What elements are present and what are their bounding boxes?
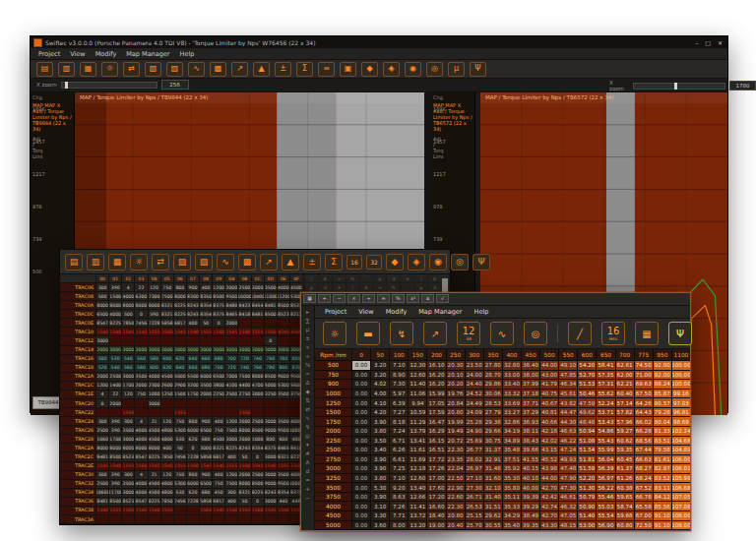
menu-project[interactable]: Project (325, 308, 346, 316)
fork-icon[interactable]: Ψ (668, 322, 692, 345)
value-cell[interactable]: 22.30 (447, 446, 465, 454)
cell[interactable]: 8423 (238, 301, 250, 309)
cell[interactable] (225, 515, 237, 523)
value-cell[interactable]: 29.62 (484, 511, 502, 520)
cell[interactable]: 1545 (225, 328, 237, 335)
cell[interactable]: 50 (174, 444, 186, 451)
cell[interactable] (187, 408, 199, 416)
cell[interactable]: 390 (109, 283, 121, 291)
cell[interactable] (122, 336, 134, 344)
cell[interactable]: 7228 (187, 498, 199, 506)
value-cell[interactable]: 74.50 (635, 361, 653, 370)
value-cell[interactable]: 57.14 (616, 398, 634, 407)
cell[interactable]: 2000 (225, 319, 237, 327)
side-tool-icon-20[interactable]: + (303, 485, 313, 493)
cell[interactable]: 3000 (265, 452, 277, 460)
cell[interactable] (96, 515, 108, 523)
cell[interactable]: 8481 (96, 452, 108, 460)
cell[interactable]: 2000 (238, 417, 250, 425)
cell[interactable]: 720 (238, 355, 250, 363)
slider-thumb[interactable] (674, 83, 677, 90)
value-cell[interactable]: 13.72 (409, 511, 426, 520)
cell[interactable]: 1545 (200, 462, 212, 470)
cell[interactable] (135, 399, 147, 407)
value-cell[interactable]: 56.22 (597, 483, 614, 492)
value-cell[interactable]: 12.18 (409, 464, 426, 473)
cell[interactable]: 780 (265, 364, 277, 372)
map-pack-c-icon[interactable]: ◉ (405, 62, 421, 77)
value-cell[interactable]: 25.28 (466, 417, 483, 426)
value-cell[interactable]: 79.58 (654, 446, 671, 454)
cell[interactable]: 50 (238, 452, 250, 460)
cell[interactable]: 680 (200, 435, 212, 443)
cell[interactable] (278, 399, 289, 407)
cell[interactable]: 1555 (278, 462, 289, 470)
cell[interactable]: 1200 (213, 283, 224, 291)
value-cell[interactable]: 7.27 (390, 408, 408, 417)
cell[interactable]: 680 (213, 355, 224, 363)
cell[interactable] (161, 336, 173, 344)
cell[interactable]: 8000 (96, 444, 108, 451)
cell[interactable]: 2500 (96, 426, 108, 434)
value-cell[interactable]: 99.16 (672, 390, 690, 398)
cell[interactable]: 4 (135, 417, 147, 425)
cell[interactable]: 1555 (174, 462, 186, 470)
menu-view[interactable]: View (358, 308, 373, 316)
value-cell[interactable]: 100.00 (672, 371, 690, 380)
cell[interactable]: 530 (174, 435, 186, 443)
lightning-icon[interactable]: ↯ (390, 322, 413, 345)
display-icon[interactable]: ▬ (356, 322, 380, 345)
value-cell[interactable]: 32.10 (484, 483, 502, 492)
value-cell[interactable]: 37.71 (522, 398, 539, 407)
cell[interactable]: 8375 (213, 310, 224, 318)
value-cell[interactable]: 46.22 (559, 437, 577, 446)
value-cell[interactable]: 0.00 (352, 371, 370, 380)
cell[interactable]: 8321 (278, 452, 289, 460)
value-cell[interactable]: 7.30 (390, 380, 408, 389)
value-cell[interactable]: 32.86 (503, 417, 521, 426)
value-cell[interactable]: 47.90 (559, 474, 577, 483)
cell[interactable]: 11700 (109, 489, 121, 497)
eyedropper-icon[interactable]: ╱ (568, 322, 592, 345)
sidepanel-cell[interactable]: % (387, 283, 400, 291)
cell[interactable]: 660 (200, 355, 212, 363)
value-cell[interactable]: 3.40 (371, 446, 389, 454)
quick-math-button[interactable]: ± (421, 294, 434, 303)
value-cell[interactable]: 11.61 (409, 446, 426, 454)
value-cell[interactable]: 66.63 (635, 455, 653, 464)
value-cell[interactable]: 79.28 (654, 408, 671, 417)
search-icon[interactable]: ◎ (451, 254, 469, 270)
cell[interactable]: 6000 (187, 426, 199, 434)
value-cell[interactable]: 3.30 (371, 511, 389, 520)
value-cell[interactable]: 0.00 (352, 408, 370, 417)
value-cell[interactable]: 107.05 (672, 493, 690, 502)
value-cell[interactable]: 43.00 (540, 371, 558, 380)
cell[interactable]: 8375 (213, 301, 224, 309)
cell[interactable]: 4 (96, 391, 108, 398)
cell[interactable]: 590 (149, 310, 160, 318)
sidepanel-cell[interactable]: % (346, 274, 359, 282)
value-cell[interactable]: 29.86 (484, 380, 502, 389)
cell[interactable] (187, 336, 199, 344)
cell[interactable]: 660 (187, 364, 199, 372)
value-cell[interactable]: 19.99 (447, 417, 465, 426)
graph-2d-icon[interactable]: ∿ (217, 254, 234, 270)
cell[interactable]: 3000 (265, 346, 277, 354)
value-cell[interactable]: 107.08 (672, 502, 690, 511)
cell[interactable]: 120 (149, 283, 160, 291)
cell[interactable]: 8523 (122, 498, 134, 506)
value-cell[interactable]: 42.18 (540, 427, 558, 436)
value-cell[interactable]: 23.50 (466, 361, 483, 370)
cell[interactable]: 1750 (187, 391, 199, 398)
value-cell[interactable]: 92.00 (654, 361, 671, 370)
value-cell[interactable]: 47.30 (559, 483, 577, 492)
value-cell[interactable]: 44.00 (540, 361, 558, 370)
value-cell[interactable]: 35.40 (503, 521, 521, 530)
value-cell[interactable]: 45.52 (540, 455, 558, 464)
cell[interactable]: 300 (122, 417, 134, 425)
value-cell[interactable]: 16.10 (427, 361, 445, 370)
cell[interactable]: 1560 (238, 408, 250, 416)
close-icon[interactable]: ✕ (718, 39, 723, 46)
cell[interactable]: 8000 (135, 444, 147, 451)
value-cell[interactable]: 0.00 (352, 493, 370, 502)
